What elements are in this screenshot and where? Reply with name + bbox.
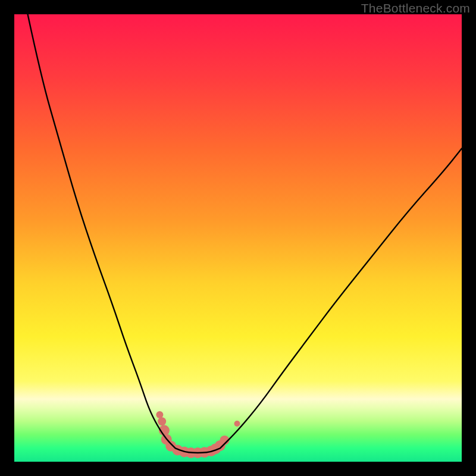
watermark-text: TheBottleneck.com xyxy=(361,1,470,15)
plot-area xyxy=(14,14,462,462)
curve-layer xyxy=(14,14,462,462)
marker-dot xyxy=(234,421,240,427)
bottleneck-curve xyxy=(28,14,462,453)
outer-frame: TheBottleneck.com xyxy=(0,0,476,476)
marker-dot xyxy=(156,411,163,418)
marker-group xyxy=(156,411,240,458)
marker-dot xyxy=(158,417,166,425)
